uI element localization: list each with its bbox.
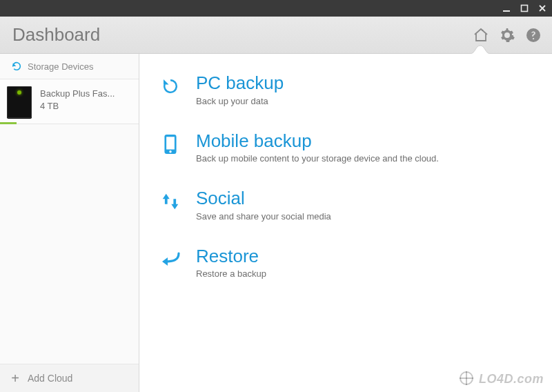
return-arrow-icon <box>159 246 182 270</box>
device-text: Backup Plus Fas... 4 TB <box>40 86 132 118</box>
add-cloud-label: Add Cloud <box>28 373 72 384</box>
maximize-button[interactable] <box>519 3 530 14</box>
svg-point-5 <box>169 150 171 153</box>
window-titlebar <box>0 0 552 17</box>
action-title: PC backup <box>196 73 533 93</box>
action-title: Restore <box>196 246 533 266</box>
action-description: Back up your data <box>196 96 533 106</box>
app-header: Dashboard <box>0 17 552 54</box>
main-content: PC backup Back up your data Mobile backu… <box>139 54 552 392</box>
refresh-icon <box>11 61 22 72</box>
action-description: Save and share your social media <box>196 211 533 222</box>
plus-icon: + <box>10 373 21 384</box>
action-description: Restore a backup <box>196 268 533 279</box>
header-icon-group <box>472 26 542 44</box>
restore-arrow-icon <box>159 73 182 97</box>
sidebar-spacer <box>0 124 139 364</box>
help-icon[interactable] <box>524 26 542 44</box>
add-cloud-button[interactable]: + Add Cloud <box>0 364 139 392</box>
page-title: Dashboard <box>12 24 472 46</box>
sidebar-section-label: Storage Devices <box>28 61 93 72</box>
device-capacity: 4 TB <box>40 100 132 112</box>
action-pc-backup[interactable]: PC backup Back up your data <box>156 66 535 124</box>
device-usage-bar <box>0 122 17 124</box>
app-body: Storage Devices Backup Plus Fas... 4 TB … <box>0 54 552 392</box>
action-restore[interactable]: Restore Restore a backup <box>156 239 535 297</box>
mobile-icon <box>159 131 182 155</box>
device-item[interactable]: Backup Plus Fas... 4 TB <box>0 79 139 124</box>
hard-drive-icon <box>7 86 32 118</box>
gear-icon[interactable] <box>498 26 516 44</box>
device-name: Backup Plus Fas... <box>40 88 132 100</box>
action-mobile-backup[interactable]: Mobile backup Back up mobile content to … <box>156 124 535 182</box>
home-icon[interactable] <box>472 26 490 44</box>
sidebar: Storage Devices Backup Plus Fas... 4 TB … <box>0 54 139 392</box>
svg-rect-1 <box>522 6 528 12</box>
sync-arrows-icon <box>159 188 182 212</box>
close-button[interactable] <box>537 3 548 14</box>
svg-rect-4 <box>166 137 175 149</box>
sidebar-section-storage[interactable]: Storage Devices <box>0 54 139 79</box>
action-title: Social <box>196 188 533 208</box>
action-description: Back up mobile content to your storage d… <box>196 153 533 164</box>
minimize-button[interactable] <box>501 3 512 14</box>
action-title: Mobile backup <box>196 131 533 151</box>
svg-rect-0 <box>503 10 510 12</box>
action-social[interactable]: Social Save and share your social media <box>156 182 535 239</box>
